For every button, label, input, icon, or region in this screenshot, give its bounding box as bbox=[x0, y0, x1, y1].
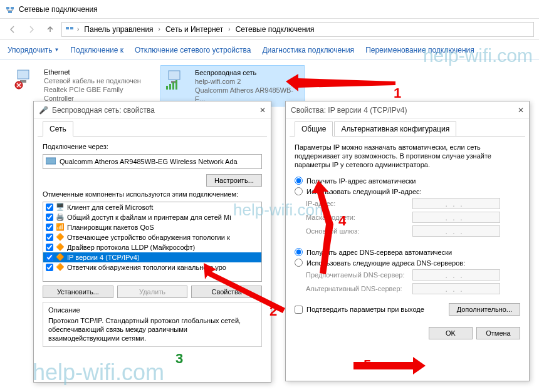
address-bar: › Панель управления › Сеть и Интернет › … bbox=[0, 19, 539, 40]
connection-status: Сетевой кабель не подключен bbox=[44, 76, 150, 85]
tab-network[interactable]: Сеть bbox=[43, 121, 73, 137]
microphone-icon: 🎤 bbox=[39, 106, 48, 115]
client-icon: 🖥️ bbox=[56, 203, 65, 212]
list-item-ipv4[interactable]: 🔶IP версии 4 (TCP/IPv4) bbox=[43, 252, 261, 262]
breadcrumb-item[interactable]: Сетевые подключения bbox=[233, 24, 317, 35]
connection-status: help-wifi.com 2 bbox=[195, 77, 300, 86]
wireless-icon bbox=[165, 68, 190, 91]
svg-rect-14 bbox=[46, 158, 56, 164]
adapter-field: Qualcomm Atheros AR9485WB-EG Wireless Ne… bbox=[43, 154, 262, 169]
remove-button: Удалить bbox=[117, 286, 188, 298]
chevron-right-icon: › bbox=[77, 26, 79, 33]
dns2-field: ... bbox=[412, 283, 500, 294]
dialog-title: Свойства: IP версии 4 (TCP/IPv4) bbox=[291, 106, 407, 115]
titlebar: Сетевые подключения bbox=[0, 0, 539, 19]
radio-auto-ip[interactable] bbox=[295, 177, 303, 185]
dialog-title: Беспроводная сеть: свойства bbox=[52, 106, 155, 115]
list-item[interactable]: 🔶Отвечающее устройство обнаружения топол… bbox=[43, 232, 261, 242]
configure-button[interactable]: Настроить... bbox=[206, 174, 262, 187]
checkbox[interactable] bbox=[46, 224, 53, 231]
list-item[interactable]: 🖥️Клиент для сетей Microsoft bbox=[43, 202, 261, 212]
checkbox[interactable] bbox=[46, 204, 53, 211]
cancel-button[interactable]: Отмена bbox=[476, 327, 520, 339]
checkbox[interactable] bbox=[46, 264, 53, 271]
advanced-button[interactable]: Дополнительно... bbox=[449, 303, 520, 316]
list-item[interactable]: 🔶Ответчик обнаружения топологии канально… bbox=[43, 262, 261, 272]
svg-rect-1 bbox=[11, 7, 14, 9]
share-icon: 🖨️ bbox=[56, 213, 65, 222]
disable-device-button[interactable]: Отключение сетевого устройства bbox=[135, 46, 251, 54]
topology-icon: 🔶 bbox=[56, 233, 65, 242]
forward-button[interactable] bbox=[24, 22, 39, 37]
confirm-checkbox[interactable] bbox=[295, 306, 303, 314]
svg-rect-4 bbox=[70, 27, 73, 29]
connection-adapter: Realtek PCIe GBE Family Controller bbox=[44, 85, 150, 103]
ok-button[interactable]: OK bbox=[429, 327, 473, 339]
ipv4-properties-dialog: Свойства: IP версии 4 (TCP/IPv4) ✕ Общие… bbox=[285, 101, 530, 381]
close-icon[interactable]: ✕ bbox=[518, 106, 524, 115]
install-button[interactable]: Установить... bbox=[43, 286, 113, 298]
checkbox[interactable] bbox=[46, 214, 53, 221]
svg-rect-2 bbox=[8, 11, 12, 13]
annotation-number: 2 bbox=[270, 303, 277, 319]
diagnose-button[interactable]: Диагностика подключения bbox=[262, 46, 354, 54]
network-icon bbox=[65, 24, 75, 34]
annotation-number: 1 bbox=[394, 85, 401, 101]
adapter-icon bbox=[46, 157, 56, 166]
lldp-icon: 🔶 bbox=[56, 243, 65, 252]
chevron-down-icon: ▼ bbox=[54, 47, 59, 53]
connection-name: Беспроводная сеть bbox=[195, 68, 300, 77]
adapter-name: Qualcomm Atheros AR9485WB-EG Wireless Ne… bbox=[60, 158, 238, 165]
qos-icon: 📶 bbox=[56, 223, 65, 232]
intro-text: Параметры IP можно назначать автоматичес… bbox=[295, 143, 520, 169]
protocol-icon: 🔶 bbox=[56, 253, 65, 262]
gateway-field: ... bbox=[412, 225, 500, 237]
annotation-number: 3 bbox=[175, 351, 183, 367]
back-button[interactable] bbox=[5, 22, 20, 37]
svg-rect-3 bbox=[66, 27, 69, 29]
breadcrumb-bar[interactable]: › Панель управления › Сеть и Интернет › … bbox=[61, 22, 534, 37]
properties-button[interactable]: Свойства bbox=[191, 286, 262, 298]
organize-button[interactable]: Упорядочить▼ bbox=[8, 46, 59, 54]
subnet-mask-field: ... bbox=[412, 212, 500, 223]
list-item[interactable]: 📶Планировщик пакетов QoS bbox=[43, 222, 261, 232]
ip-address-field: ... bbox=[412, 198, 500, 209]
tab-alternate[interactable]: Альтернативная конфигурация bbox=[334, 121, 456, 136]
toolbar: Упорядочить▼ Подключение к Отключение се… bbox=[0, 40, 539, 60]
ethernet-icon bbox=[14, 68, 39, 90]
checkbox[interactable] bbox=[46, 244, 53, 251]
svg-rect-0 bbox=[6, 7, 9, 9]
radio-manual-ip[interactable] bbox=[295, 187, 303, 195]
components-label: Отмеченные компоненты используются этим … bbox=[43, 190, 262, 198]
chevron-right-icon: › bbox=[228, 26, 230, 33]
svg-rect-8 bbox=[169, 71, 180, 80]
svg-rect-11 bbox=[169, 84, 171, 90]
dns1-field: ... bbox=[412, 269, 500, 281]
radio-auto-dns[interactable] bbox=[295, 248, 303, 256]
breadcrumb-item[interactable]: Панель управления bbox=[81, 24, 155, 35]
tab-general[interactable]: Общие bbox=[295, 121, 333, 137]
rename-button[interactable]: Переименование подключения bbox=[365, 46, 474, 54]
annotation-number: 5 bbox=[364, 357, 371, 373]
wireless-properties-dialog: 🎤 Беспроводная сеть: свойства ✕ Сеть Под… bbox=[33, 101, 271, 383]
annotation-number: 4 bbox=[338, 213, 346, 229]
checkbox[interactable] bbox=[46, 234, 53, 241]
description-text: Протокол TCP/IP. Стандартный протокол гл… bbox=[48, 316, 256, 343]
close-icon[interactable]: ✕ bbox=[259, 106, 266, 115]
breadcrumb-item[interactable]: Сеть и Интернет bbox=[163, 24, 226, 35]
responder-icon: 🔶 bbox=[56, 263, 65, 272]
list-item[interactable]: 🖨️Общий доступ к файлам и принтерам для … bbox=[43, 212, 261, 222]
checkbox[interactable] bbox=[46, 254, 53, 261]
connect-to-button[interactable]: Подключение к bbox=[70, 46, 123, 54]
svg-rect-10 bbox=[166, 86, 168, 90]
window-title: Сетевые подключения bbox=[19, 5, 98, 14]
radio-manual-dns[interactable] bbox=[295, 259, 303, 267]
up-button[interactable] bbox=[43, 22, 58, 37]
svg-rect-12 bbox=[172, 82, 174, 90]
svg-rect-5 bbox=[18, 70, 29, 79]
components-list[interactable]: 🖥️Клиент для сетей Microsoft 🖨️Общий дос… bbox=[43, 202, 262, 282]
connect-via-label: Подключение через: bbox=[43, 143, 262, 150]
list-item[interactable]: 🔶Драйвер протокола LLDP (Майкрософт) bbox=[43, 242, 261, 252]
network-icon bbox=[5, 4, 15, 14]
svg-rect-13 bbox=[175, 80, 177, 90]
